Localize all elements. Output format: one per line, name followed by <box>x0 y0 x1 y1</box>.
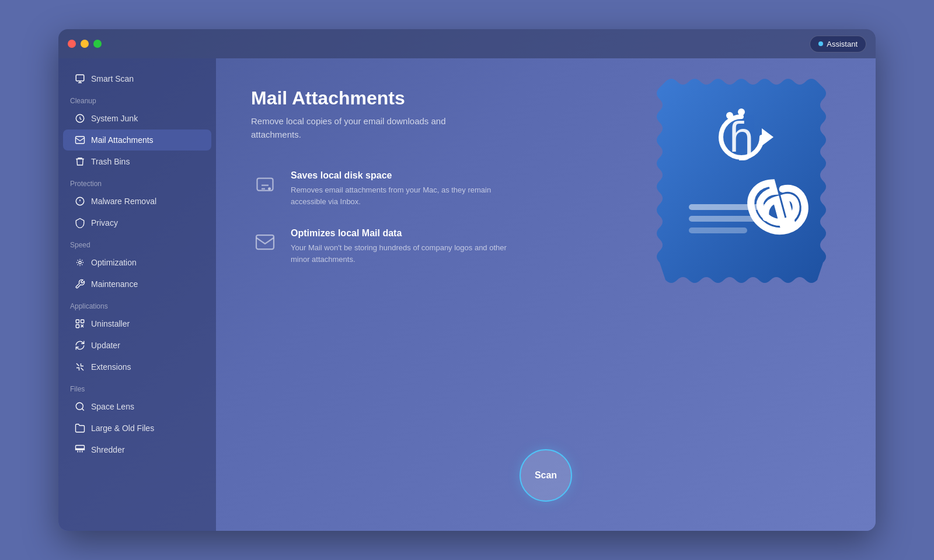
sidebar-item-space-lens[interactable]: Space Lens <box>63 396 211 417</box>
svg-rect-7 <box>76 325 79 328</box>
sidebar-item-mail-attachments[interactable]: Mail Attachments <box>63 130 211 150</box>
sidebar-item-system-junk[interactable]: System Junk <box>63 108 211 129</box>
section-label-protection: Protection <box>58 173 216 190</box>
content-area: Smart Scan Cleanup System Junk <box>58 58 876 531</box>
feature-disk-space-text: Saves local disk space Removes email att… <box>291 170 513 207</box>
maximize-button[interactable] <box>93 40 102 48</box>
mail-attachments-icon <box>75 135 85 145</box>
uninstaller-label: Uninstaller <box>91 319 130 328</box>
updater-label: Updater <box>91 341 120 350</box>
space-lens-label: Space Lens <box>91 402 134 411</box>
stamp-illustration: ɧ <box>654 76 852 309</box>
sidebar-item-privacy[interactable]: Privacy <box>63 212 211 233</box>
svg-point-11 <box>269 188 270 190</box>
maintenance-label: Maintenance <box>91 279 138 289</box>
svg-point-16 <box>726 112 733 119</box>
section-label-applications: Applications <box>58 295 216 313</box>
privacy-label: Privacy <box>91 218 118 228</box>
traffic-lights <box>68 40 102 48</box>
feature-mail-data-description: Your Mail won't be storing hundreds of c… <box>291 242 513 265</box>
privacy-icon <box>75 218 85 228</box>
malware-removal-label: Malware Removal <box>91 197 156 206</box>
disk-space-icon <box>251 170 279 198</box>
shredder-icon <box>75 444 85 455</box>
updater-icon <box>75 340 85 351</box>
sidebar: Smart Scan Cleanup System Junk <box>58 58 216 531</box>
scan-button[interactable]: Scan <box>520 449 572 502</box>
assistant-button[interactable]: Assistant <box>810 36 866 52</box>
uninstaller-icon <box>75 318 85 329</box>
scan-button-wrapper: Scan <box>520 449 572 502</box>
assistant-label: Assistant <box>827 40 858 48</box>
feature-mail-data-title: Optimizes local Mail data <box>291 228 513 239</box>
title-bar: Assistant <box>58 29 876 58</box>
sidebar-item-shredder[interactable]: Shredder <box>63 439 211 460</box>
maintenance-icon <box>75 279 85 289</box>
optimization-icon <box>75 257 85 268</box>
svg-rect-6 <box>81 320 84 323</box>
sidebar-item-optimization[interactable]: Optimization <box>63 252 211 273</box>
system-junk-icon <box>75 113 85 124</box>
sidebar-item-large-old-files[interactable]: Large & Old Files <box>63 418 211 439</box>
space-lens-icon <box>75 401 85 412</box>
system-junk-label: System Junk <box>91 114 138 123</box>
feature-disk-space-title: Saves local disk space <box>291 170 513 181</box>
page-subtitle: Remove local copies of your email downlo… <box>251 115 485 141</box>
section-label-cleanup: Cleanup <box>58 90 216 107</box>
optimization-label: Optimization <box>91 258 137 267</box>
feature-mail-data-text: Optimizes local Mail data Your Mail won'… <box>291 228 513 265</box>
sidebar-item-malware-removal[interactable]: Malware Removal <box>63 191 211 212</box>
svg-rect-2 <box>76 136 85 144</box>
svg-point-8 <box>76 402 83 410</box>
close-button[interactable] <box>68 40 76 48</box>
large-old-files-label: Large & Old Files <box>91 424 154 433</box>
extensions-label: Extensions <box>91 362 131 372</box>
sidebar-item-updater[interactable]: Updater <box>63 335 211 356</box>
sidebar-item-extensions[interactable]: Extensions <box>63 356 211 377</box>
svg-rect-5 <box>76 320 79 323</box>
trash-bins-icon <box>75 156 85 167</box>
trash-bins-label: Trash Bins <box>91 157 130 166</box>
extensions-icon <box>75 362 85 372</box>
svg-rect-12 <box>256 235 274 249</box>
sidebar-item-trash-bins[interactable]: Trash Bins <box>63 151 211 172</box>
section-label-files: Files <box>58 378 216 396</box>
svg-point-17 <box>738 108 745 116</box>
mail-data-icon <box>251 228 279 256</box>
svg-rect-19 <box>689 216 759 222</box>
shredder-label: Shredder <box>91 445 125 454</box>
malware-removal-icon <box>75 196 85 206</box>
smart-scan-label: Smart Scan <box>91 74 134 83</box>
sidebar-item-smart-scan[interactable]: Smart Scan <box>63 68 211 89</box>
sidebar-item-maintenance[interactable]: Maintenance <box>63 274 211 295</box>
svg-rect-20 <box>689 228 747 233</box>
smart-scan-icon <box>75 74 85 84</box>
main-content: Mail Attachments Remove local copies of … <box>216 58 876 531</box>
minimize-button[interactable] <box>81 40 89 48</box>
feature-disk-space-description: Removes email attachments from your Mac,… <box>291 184 513 207</box>
section-label-speed: Speed <box>58 234 216 251</box>
svg-rect-9 <box>76 446 85 449</box>
assistant-dot-icon <box>818 41 823 46</box>
sidebar-item-uninstaller[interactable]: Uninstaller <box>63 313 211 334</box>
app-window: Assistant Smart Scan Cleanup <box>58 29 876 531</box>
large-old-files-icon <box>75 423 85 433</box>
svg-rect-0 <box>76 75 84 81</box>
svg-point-4 <box>79 261 82 264</box>
mail-attachments-label: Mail Attachments <box>91 135 154 145</box>
